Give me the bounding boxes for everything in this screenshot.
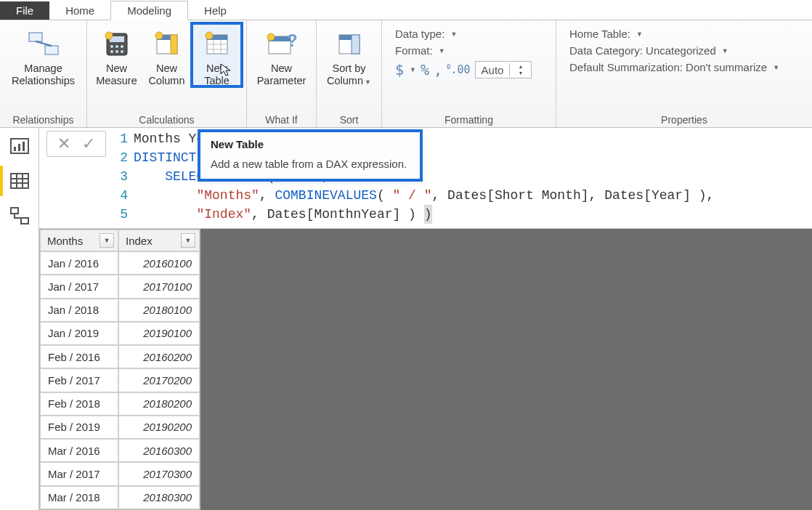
sort-icon	[333, 28, 365, 60]
group-properties-label: Properties	[561, 113, 808, 126]
tab-help[interactable]: Help	[188, 1, 243, 20]
svg-rect-32	[18, 144, 20, 151]
group-whatif-label: What If	[251, 113, 312, 126]
table-row[interactable]: Mar / 201620160300	[40, 439, 200, 462]
svg-point-10	[121, 50, 123, 53]
cell-index: 20160200	[118, 345, 200, 368]
tab-home[interactable]: Home	[49, 1, 110, 20]
table-row[interactable]: Feb / 201820180200	[40, 392, 200, 416]
svg-point-26	[267, 33, 275, 41]
table-row[interactable]: Mar / 201820180300	[40, 486, 200, 509]
table-row[interactable]: Feb / 201720170200	[40, 368, 200, 392]
manage-relationships-button[interactable]: Manage Relationships	[4, 23, 82, 86]
cell-months: Feb / 2016	[40, 345, 118, 368]
cell-index: 20180100	[118, 299, 200, 322]
new-column-label: New Column	[149, 62, 185, 86]
data-grid[interactable]: Months▼ Index▼ Jan / 201620160100Jan / 2…	[39, 229, 200, 510]
cell-index: 20170100	[118, 275, 200, 298]
content-area: ✕ ✓ 1Months Year = 2DISTINCT( 3 SELECTCO…	[39, 128, 812, 510]
home-table-dropdown[interactable]: Home Table:▼	[569, 28, 799, 40]
column-icon	[151, 28, 183, 60]
tooltip-body: Add a new table from a DAX expression.	[211, 158, 410, 170]
formula-bar-controls: ✕ ✓	[46, 131, 106, 157]
cell-index: 20170200	[118, 368, 200, 392]
cell-months: Feb / 2019	[40, 416, 118, 439]
svg-rect-29	[352, 35, 360, 54]
svg-point-5	[110, 45, 113, 48]
cell-months: Jan / 2018	[40, 299, 118, 322]
column-header-months[interactable]: Months▼	[40, 230, 118, 251]
sort-by-column-label: Sort by Column▼	[327, 62, 371, 86]
table-row[interactable]: Feb / 201920190200	[40, 416, 200, 439]
table-row[interactable]: Jan / 201720170100	[40, 275, 200, 298]
table-icon	[201, 28, 233, 60]
svg-point-7	[121, 45, 123, 48]
menu-tabs: File Home Modeling Help	[0, 0, 812, 20]
thousands-format-button[interactable]: ,	[434, 61, 442, 78]
sort-by-column-button[interactable]: Sort by Column▼	[321, 23, 377, 86]
formula-bar: ✕ ✓ 1Months Year = 2DISTINCT( 3 SELECTCO…	[39, 128, 812, 229]
cell-index: 20190200	[118, 416, 200, 439]
svg-rect-39	[11, 208, 18, 214]
svg-rect-34	[11, 174, 28, 188]
cell-index: 20180300	[118, 486, 200, 509]
decimal-places-input[interactable]: Auto▲▼	[475, 61, 532, 78]
new-measure-button[interactable]: New Measure	[92, 23, 142, 86]
data-grid-area: Months▼ Index▼ Jan / 201620160100Jan / 2…	[39, 229, 812, 510]
cell-index: 20190100	[118, 322, 200, 345]
svg-point-6	[115, 45, 118, 48]
cursor-icon	[219, 62, 232, 77]
svg-rect-1	[45, 46, 58, 54]
format-dropdown[interactable]: Format:▼	[395, 44, 543, 57]
percent-format-button[interactable]: %	[421, 61, 429, 78]
table-row[interactable]: Feb / 201620160200	[40, 345, 200, 368]
cell-index: 20180200	[118, 392, 200, 416]
svg-point-8	[110, 50, 113, 53]
new-table-button[interactable]: New Table	[192, 23, 242, 86]
svg-rect-40	[21, 218, 28, 224]
data-type-dropdown[interactable]: Data type:▼	[395, 28, 543, 40]
svg-rect-14	[171, 35, 177, 54]
report-view-button[interactable]	[9, 135, 31, 157]
cell-index: 20170300	[118, 462, 200, 485]
commit-formula-button[interactable]: ✓	[82, 134, 95, 153]
ribbon: Manage Relationships Relationships New M…	[0, 20, 812, 128]
parameter-icon: ?	[266, 28, 298, 60]
new-table-tooltip: New Table Add a new table from a DAX exp…	[198, 129, 423, 182]
column-header-index[interactable]: Index▼	[118, 230, 200, 251]
svg-point-9	[115, 50, 118, 53]
group-sort-label: Sort	[321, 113, 377, 126]
group-calculations-label: Calculations	[92, 113, 242, 126]
cell-index: 20160300	[118, 439, 200, 462]
relationships-icon	[28, 28, 60, 60]
data-category-dropdown[interactable]: Data Category: Uncategorized▼	[569, 44, 799, 57]
new-parameter-button[interactable]: ? New Parameter	[251, 23, 312, 86]
table-row[interactable]: Jan / 201620160100	[40, 251, 200, 275]
currency-format-button[interactable]: $	[395, 61, 404, 78]
svg-rect-0	[29, 33, 42, 41]
svg-rect-33	[23, 142, 25, 151]
view-rail	[0, 128, 39, 510]
model-view-button[interactable]	[9, 205, 31, 227]
cancel-formula-button[interactable]: ✕	[57, 134, 70, 153]
new-column-button[interactable]: New Column	[142, 23, 192, 86]
tooltip-title: New Table	[211, 138, 264, 150]
cell-months: Feb / 2018	[40, 392, 118, 416]
decimal-format-button[interactable]: 0.00	[447, 63, 471, 76]
svg-rect-31	[14, 147, 16, 151]
cell-index: 20160100	[118, 251, 200, 275]
tab-file[interactable]: File	[0, 1, 49, 20]
tab-modeling[interactable]: Modeling	[110, 1, 188, 20]
default-summarization-dropdown[interactable]: Default Summarization: Don't summarize▼	[569, 61, 799, 73]
new-measure-label: New Measure	[96, 62, 137, 86]
manage-relationships-label: Manage Relationships	[12, 62, 75, 86]
filter-icon[interactable]: ▼	[100, 233, 114, 248]
table-row[interactable]: Jan / 201820180100	[40, 299, 200, 322]
svg-point-11	[105, 32, 113, 39]
table-row[interactable]: Jan / 201920190100	[40, 322, 200, 345]
cell-months: Jan / 2017	[40, 275, 118, 298]
filter-icon[interactable]: ▼	[181, 233, 195, 248]
data-view-button[interactable]	[9, 170, 31, 192]
group-formatting-label: Formatting	[386, 113, 551, 126]
table-row[interactable]: Mar / 201720170300	[40, 462, 200, 485]
